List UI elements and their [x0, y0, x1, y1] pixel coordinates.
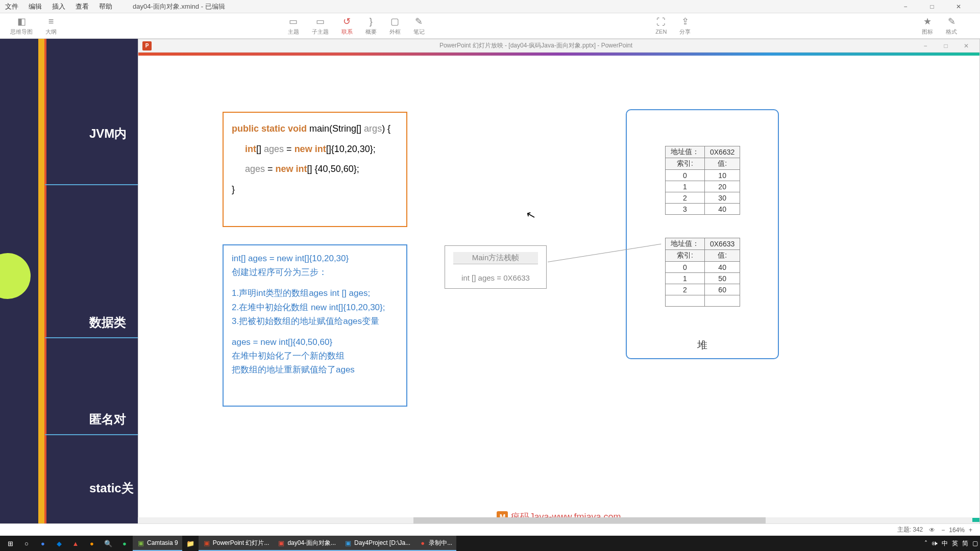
powerpoint-icon: P	[142, 41, 152, 51]
cortana-button[interactable]: ○	[18, 536, 35, 551]
window-title: day04-面向对象.xmind - 已编辑	[133, 2, 225, 11]
workspace: JVM内 数据类 匿名对 static关 P PowerPoint 幻灯片放映 …	[0, 39, 980, 536]
tool-topic[interactable]: ▭主题	[288, 13, 299, 38]
xmind-canvas[interactable]: JVM内 数据类 匿名对 static关	[0, 39, 138, 536]
start-button[interactable]: ⊞	[2, 536, 18, 551]
tray-network-icon[interactable]: 🕪	[932, 540, 938, 547]
ppt-minimize[interactable]: −	[916, 42, 935, 49]
heap-table-1: 地址值：0X6632 索引:值: 010 120 230 340	[665, 146, 740, 215]
slide-content[interactable]: public static void main(String[] args) {…	[138, 56, 979, 518]
heap-label: 堆	[627, 338, 778, 352]
tool-mindmap[interactable]: ◧思维导图	[10, 13, 33, 38]
menu-view[interactable]: 查看	[76, 2, 89, 11]
tool-icon[interactable]: ★图标	[922, 13, 933, 38]
maximize-button[interactable]: □	[926, 2, 938, 11]
tool-note[interactable]: ✎笔记	[413, 13, 425, 38]
tool-relation[interactable]: ↺联系	[341, 13, 353, 38]
tray-chevron-icon[interactable]: ˄	[924, 540, 927, 547]
xmind-node-data[interactable]: 数据类	[89, 314, 126, 331]
menu-file[interactable]: 文件	[5, 2, 18, 11]
toolbar: ◧思维导图 ≡大纲 ▭主题 ▭子主题 ↺联系 }概要 ▢外框 ✎笔记 ⛶ZEN …	[0, 13, 980, 39]
zoom-in[interactable]: +	[969, 527, 972, 534]
tool-format[interactable]: ✎格式	[946, 13, 957, 38]
tool-summary[interactable]: }概要	[365, 13, 377, 38]
ime-simplified[interactable]: 简	[962, 539, 968, 548]
xmind-circle-decor	[0, 253, 31, 299]
tool-zen[interactable]: ⛶ZEN	[655, 13, 667, 38]
taskbar-camtasia[interactable]: ▣Camtasia 9	[133, 536, 182, 551]
menu-help[interactable]: 帮助	[99, 2, 112, 11]
menu-insert[interactable]: 插入	[52, 2, 65, 11]
xmind-statusbar: 主题: 342 👁 − 164% +	[0, 523, 980, 536]
windows-taskbar: ⊞ ○ ● ◆ ▲ ● 🔍 ● ▣Camtasia 9 📁 ▣PowerPoin…	[0, 536, 980, 551]
taskbar-explorer[interactable]: 📁	[182, 536, 199, 551]
taskbar-intellij[interactable]: ▣Day4Project [D:\Ja...	[340, 536, 414, 551]
taskbar-firefox[interactable]: ●	[84, 536, 100, 551]
stack-frame-box: Main方法栈帧 int [] ages = 0X6633	[445, 245, 547, 289]
minimize-button[interactable]: −	[899, 2, 912, 11]
tool-subtopic[interactable]: ▭子主题	[312, 13, 329, 38]
menu-edit[interactable]: 编辑	[29, 2, 42, 11]
taskbar-recorder[interactable]: ●录制中...	[414, 536, 456, 551]
taskbar-wechat[interactable]: ●	[116, 536, 133, 551]
ime-chinese[interactable]: 中	[942, 539, 948, 548]
taskbar-app1[interactable]: ▲	[67, 536, 84, 551]
close-button[interactable]: ✕	[952, 2, 965, 11]
tool-share[interactable]: ⇪分享	[679, 13, 691, 38]
system-tray[interactable]: ˄ 🕪 中 英 简 ▢	[924, 539, 978, 548]
tool-boundary[interactable]: ▢外框	[389, 13, 401, 38]
taskbar-chrome[interactable]: ●	[35, 536, 51, 551]
zoom-out[interactable]: −	[941, 527, 945, 534]
ppt-title: PowerPoint 幻灯片放映 - [day04-疯码Java-面向对象.pp…	[156, 41, 916, 50]
xmind-node-anon[interactable]: 匿名对	[89, 411, 126, 428]
ime-english[interactable]: 英	[952, 539, 958, 548]
heap-box: 地址值：0X6632 索引:值: 010 120 230 340 地址值：0X6…	[626, 109, 779, 359]
taskbar-xmind[interactable]: ▣day04-面向对象...	[273, 536, 340, 551]
horizontal-scrollbar[interactable]	[138, 517, 972, 523]
tool-outline[interactable]: ≡大纲	[45, 13, 57, 38]
eye-icon[interactable]: 👁	[929, 527, 935, 534]
powerpoint-window: P PowerPoint 幻灯片放映 - [day04-疯码Java-面向对象.…	[138, 39, 980, 536]
ppt-close[interactable]: ✕	[957, 42, 975, 49]
scrollbar-thumb[interactable]	[413, 517, 766, 523]
mouse-cursor: ↖	[525, 208, 537, 223]
xmind-node-jvm[interactable]: JVM内	[89, 126, 127, 142]
taskbar-search[interactable]: 🔍	[100, 536, 116, 551]
xmind-node-static[interactable]: static关	[89, 480, 134, 496]
taskbar-edge[interactable]: ◆	[51, 536, 67, 551]
zoom-level[interactable]: 164%	[949, 527, 965, 534]
tray-notifications-icon[interactable]: ▢	[972, 540, 978, 547]
ppt-titlebar[interactable]: P PowerPoint 幻灯片放映 - [day04-疯码Java-面向对象.…	[138, 39, 979, 53]
taskbar-powerpoint[interactable]: ▣PowerPoint 幻灯片...	[199, 536, 274, 551]
code-block: public static void main(String[] args) {…	[223, 112, 407, 227]
menubar: 文件 编辑 插入 查看 帮助 day04-面向对象.xmind - 已编辑 − …	[0, 0, 980, 13]
ppt-maximize[interactable]: □	[937, 42, 955, 49]
topic-count: 主题: 342	[897, 525, 923, 534]
heap-table-2: 地址值：0X6633 索引:值: 040 150 260	[665, 238, 740, 307]
explanation-block: int[] ages = new int[]{10,20,30} 创建过程序可分…	[223, 244, 407, 407]
